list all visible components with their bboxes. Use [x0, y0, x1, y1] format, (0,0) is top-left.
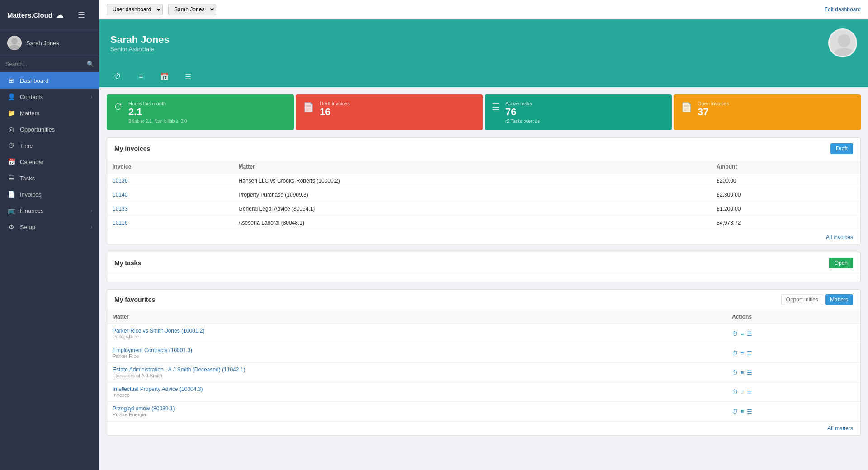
list-action-icon[interactable]: ≡ [741, 369, 744, 374]
fav-action-icons: ⏱ ≡ ☰ [732, 350, 855, 357]
stat-open-content: Open invoices 37 [698, 101, 729, 118]
fav-matter-cell: Employment Contracts (10001.3) Parker-Ri… [107, 343, 726, 363]
sidebar-item-tasks[interactable]: ☰ Tasks [0, 170, 99, 186]
sidebar-item-contacts[interactable]: 👤 Contacts › [0, 89, 99, 105]
invoice-number: 10116 [107, 216, 233, 230]
fav-matter-link[interactable]: Employment Contracts (10001.3) [113, 347, 192, 353]
invoice-table-row: 10116 Asesoría Laboral (80048.1) $4,978.… [107, 216, 860, 230]
invoice-link[interactable]: 10133 [113, 206, 127, 212]
calendar-icon: 📅 [7, 158, 15, 165]
my-invoices-section: My invoices Draft Invoice Matter Amount … [107, 137, 861, 244]
draft-invoices-icon: 📄 [303, 102, 314, 113]
fav-table-row: Employment Contracts (10001.3) Parker-Ri… [107, 343, 860, 363]
user-name-select[interactable]: Sarah Jones [168, 4, 216, 15]
opportunities-icon: ◎ [7, 126, 15, 133]
sidebar-item-time[interactable]: ⏱ Time [0, 137, 99, 154]
sidebar-item-dashboard[interactable]: ⊞ Dashboard [0, 72, 99, 89]
sidebar-item-opportunities[interactable]: ◎ Opportunities [0, 121, 99, 137]
favourites-table: Matter Actions Parker-Rice vs Smith-Jone… [107, 310, 860, 373]
stat-hours: ⏱ Hours this month 2.1 Billable: 2.1, No… [107, 94, 294, 130]
fav-matter-cell: Estate Administration - A J Smith (Decea… [107, 363, 726, 374]
stat-tasks-content: Active tasks 76 r2 Tasks overdue [505, 101, 540, 124]
active-tasks-icon: ☰ [492, 102, 500, 113]
sidebar-item-calendar[interactable]: 📅 Calendar [0, 154, 99, 170]
draft-button[interactable]: Draft [830, 143, 853, 154]
hamburger-icon[interactable]: ☰ [71, 6, 92, 24]
edit-dashboard[interactable]: Edit dashboard [824, 6, 861, 13]
tab-matters[interactable]: Matters [825, 294, 853, 305]
sidebar-search-input[interactable] [5, 61, 84, 67]
invoice-matter: Hansen LLC vs Crooks-Roberts (10000.2) [233, 174, 712, 188]
dash-controls: User dashboard Sarah Jones [107, 4, 216, 15]
dash-user-name: Sarah Jones [110, 34, 821, 46]
dash-user-header: Sarah Jones Senior Associate [99, 19, 868, 66]
invoice-link[interactable]: 10136 [113, 178, 127, 184]
sidebar-item-tasks-label: Tasks [20, 175, 35, 182]
setup-icon: ⚙ [7, 223, 15, 230]
invoices-icon: 📄 [7, 191, 15, 198]
fav-matter-link[interactable]: Estate Administration - A J Smith (Decea… [113, 367, 245, 373]
col-invoice: Invoice [107, 160, 233, 174]
list-action-icon[interactable]: ≡ [741, 350, 744, 357]
svg-point-2 [838, 34, 850, 47]
my-tasks-section: My tasks Open [107, 252, 861, 282]
svg-point-0 [11, 38, 18, 44]
detail-action-icon[interactable]: ☰ [747, 350, 752, 357]
sidebar-item-opportunities-label: Opportunities [20, 126, 55, 133]
stat-hours-sub: Billable: 2.1, Non-billable: 0.0 [128, 119, 187, 124]
sidebar-item-matters[interactable]: 📁 Matters [0, 105, 99, 121]
open-tasks-button[interactable]: Open [829, 258, 853, 268]
time-action-icon[interactable]: ⏱ [732, 330, 738, 337]
detail-action-icon[interactable]: ☰ [747, 369, 752, 374]
sidebar-item-dashboard-label: Dashboard [20, 77, 49, 84]
fav-table-row: Estate Administration - A J Smith (Decea… [107, 363, 860, 374]
tab-opportunities[interactable]: Opportunities [781, 294, 823, 305]
fav-actions-cell: ⏱ ≡ ☰ [726, 324, 860, 343]
fav-table-header: Matter Actions [107, 310, 860, 324]
fav-table-row: Parker-Rice vs Smith-Jones (10001.2) Par… [107, 324, 860, 343]
stat-open-invoices: 📄 Open invoices 37 [674, 94, 861, 130]
fav-matter-cell: Parker-Rice vs Smith-Jones (10001.2) Par… [107, 324, 726, 343]
time-action-icon[interactable]: ⏱ [732, 369, 738, 374]
stats-row: ⏱ Hours this month 2.1 Billable: 2.1, No… [107, 94, 861, 130]
dash-user-actions: ⏱ ≡ 📅 ☰ [99, 66, 868, 87]
invoice-number: 10140 [107, 188, 233, 202]
stat-hours-content: Hours this month 2.1 Billable: 2.1, Non-… [128, 101, 187, 124]
fav-actions-cell: ⏱ ≡ ☰ [726, 343, 860, 363]
invoice-table-row: 10133 General Legal Advice (80054.1) £1,… [107, 202, 860, 216]
clock-action-icon[interactable]: ⏱ [110, 69, 125, 84]
invoice-amount: £2,300.00 [711, 188, 860, 202]
sidebar-item-contacts-label: Contacts [20, 94, 43, 100]
sidebar-item-setup[interactable]: ⚙ Setup › [0, 219, 99, 235]
dashboard-icon: ⊞ [7, 77, 15, 84]
fav-action-icons: ⏱ ≡ ☰ [732, 330, 855, 337]
calendar-action-icon[interactable]: 📅 [157, 69, 172, 84]
sidebar-item-invoices[interactable]: 📄 Invoices [0, 186, 99, 202]
sidebar-user: Sarah Jones [0, 30, 99, 56]
hours-icon: ⏱ [114, 102, 123, 112]
matters-icon: 📁 [7, 109, 15, 117]
list-action-icon[interactable]: ≡ [134, 69, 148, 84]
svg-point-1 [9, 45, 20, 50]
my-tasks-title: My tasks [114, 259, 141, 267]
time-action-icon[interactable]: ⏱ [732, 350, 738, 357]
tasks-icon: ☰ [7, 174, 15, 182]
my-favs-header: My favourites Opportunities Matters [107, 290, 860, 310]
invoice-amount: $4,978.72 [711, 216, 860, 230]
my-favourites-section: My favourites Opportunities Matters Matt… [107, 289, 861, 373]
fav-client: Executors of A J Smith [113, 373, 721, 373]
fav-matter-link[interactable]: Parker-Rice vs Smith-Jones (10001.2) [113, 328, 204, 334]
dash-user-role: Senior Associate [110, 46, 821, 52]
invoice-link[interactable]: 10116 [113, 220, 127, 226]
tasks-action-icon[interactable]: ☰ [181, 69, 195, 84]
sidebar-item-finances[interactable]: 📺 Finances › [0, 202, 99, 219]
list-action-icon[interactable]: ≡ [741, 330, 744, 337]
sidebar-item-invoices-label: Invoices [20, 191, 42, 198]
stat-open-value: 37 [698, 106, 729, 118]
user-dashboard-select[interactable]: User dashboard [107, 4, 163, 15]
all-invoices-link[interactable]: All invoices [107, 230, 860, 244]
stat-tasks-value: 76 [505, 106, 540, 118]
invoice-table-row: 10140 Property Purchase (10909.3) £2,300… [107, 188, 860, 202]
invoice-link[interactable]: 10140 [113, 192, 127, 198]
detail-action-icon[interactable]: ☰ [747, 330, 752, 337]
